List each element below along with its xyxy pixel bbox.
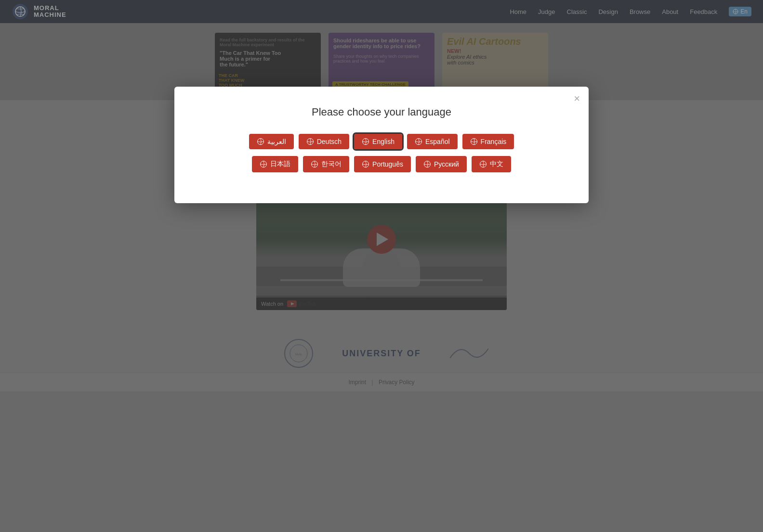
svg-point-19	[480, 161, 486, 168]
svg-point-15	[261, 161, 267, 168]
globe-icon-ar	[257, 138, 264, 145]
svg-point-12	[363, 139, 369, 145]
lang-btn-ar[interactable]: العربية	[249, 134, 294, 149]
language-row-1: العربية Deutsch English Español Français	[189, 134, 574, 149]
lang-btn-ru[interactable]: Русский	[416, 156, 467, 172]
globe-icon-es	[415, 138, 422, 145]
language-modal: × Please choose your language العربية De…	[174, 87, 589, 203]
svg-point-17	[363, 161, 369, 168]
globe-icon-fr	[470, 138, 478, 145]
globe-icon-zh	[479, 160, 487, 168]
globe-icon-ko	[311, 160, 318, 168]
lang-btn-zh[interactable]: 中文	[472, 156, 511, 172]
svg-point-18	[424, 161, 430, 168]
lang-btn-ja[interactable]: 日本語	[252, 156, 298, 172]
svg-point-10	[257, 139, 263, 145]
svg-point-11	[307, 139, 313, 145]
globe-icon-de	[306, 138, 314, 145]
modal-overlay: × Please choose your language العربية De…	[0, 0, 763, 532]
svg-point-16	[312, 161, 318, 168]
globe-icon-pt	[362, 160, 369, 168]
language-row-2: 日本語 한국어 Português Русский 中文	[189, 156, 574, 172]
svg-point-14	[471, 139, 477, 145]
lang-btn-pt[interactable]: Português	[354, 156, 411, 172]
modal-close-button[interactable]: ×	[574, 93, 580, 104]
modal-title: Please choose your language	[189, 106, 574, 118]
lang-btn-en[interactable]: English	[354, 134, 402, 149]
lang-btn-fr[interactable]: Français	[462, 134, 514, 149]
lang-btn-ko[interactable]: 한국어	[303, 156, 349, 172]
globe-icon-en	[362, 138, 369, 145]
lang-btn-de[interactable]: Deutsch	[299, 134, 349, 149]
svg-point-13	[416, 139, 422, 145]
lang-btn-es[interactable]: Español	[407, 134, 458, 149]
globe-icon-ja	[260, 160, 267, 168]
globe-icon-ru	[423, 160, 431, 168]
